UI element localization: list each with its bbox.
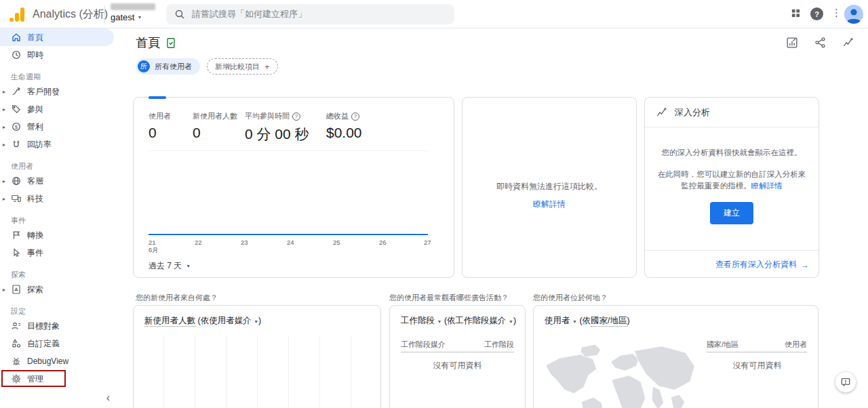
expand-arrow-icon[interactable]: ▸	[3, 178, 5, 184]
more-options-icon[interactable]: ⋮	[831, 7, 842, 19]
metric-selector[interactable]: 新使用者人數	[144, 316, 195, 327]
users-by-country-card: 使用者 ▼ (依國家/地區) 國家/地區 使用者 沒有可用資料	[533, 305, 818, 408]
chevron-down-icon: ▼	[509, 319, 513, 324]
sidebar-item-admin[interactable]: 管理	[0, 370, 125, 388]
sidebar-item-custom-definitions[interactable]: 自訂定義	[0, 335, 125, 352]
learn-more-link[interactable]: 瞭解詳情	[751, 182, 783, 190]
feedback-button[interactable]	[835, 372, 856, 392]
chevron-down-icon: ▼	[437, 319, 441, 324]
learn-more-link[interactable]: 瞭解詳情	[533, 199, 566, 210]
insights-icon[interactable]	[842, 37, 854, 49]
metric-total-revenue[interactable]: 總收益? $0.00	[326, 111, 362, 141]
top-app-bar: Analytics (分析) gatest ▼ 請嘗試搜尋「如何建立程序」 ? …	[0, 0, 868, 28]
empty-state-text: 沒有可用資料	[390, 360, 525, 371]
search-input[interactable]: 請嘗試搜尋「如何建立程序」	[166, 4, 454, 24]
metric-new-users[interactable]: 新使用者人數 0	[193, 111, 237, 141]
dimension-selector[interactable]: (依工作階段媒介	[444, 316, 507, 325]
share-icon[interactable]	[814, 37, 826, 49]
expand-arrow-icon[interactable]: ▸	[3, 142, 5, 148]
shapes-icon	[11, 338, 22, 349]
add-comparison-chip[interactable]: 新增比較項目 +	[207, 58, 278, 75]
x-tick: 26	[379, 239, 387, 246]
sidebar-item-explore[interactable]: ▸ 探索	[0, 281, 125, 298]
dollar-icon: $	[11, 121, 22, 132]
x-tick: 22	[195, 239, 202, 246]
search-placeholder: 請嘗試搜尋「如何建立程序」	[192, 8, 307, 20]
svg-text:$: $	[15, 124, 18, 130]
expand-arrow-icon[interactable]: ▸	[3, 106, 5, 113]
metric-users[interactable]: 使用者 0	[149, 111, 171, 141]
sidebar-item-label: 轉換	[27, 230, 43, 241]
sidebar-item-events[interactable]: 事件	[0, 244, 125, 262]
sidebar-item-label: 營利	[27, 121, 43, 133]
sidebar-item-retention[interactable]: ▸ 回訪率	[0, 136, 125, 153]
sidebar-section-lifecycle: 生命週期	[0, 64, 125, 83]
all-users-chip[interactable]: 所 所有使用者	[136, 58, 200, 75]
page-title: 首頁	[136, 35, 160, 51]
sidebar-item-monetization[interactable]: ▸ $ 營利	[0, 118, 125, 136]
help-icon[interactable]: ?	[292, 113, 300, 121]
sidebar-section-events: 事件	[0, 207, 125, 226]
x-tick: 24	[287, 239, 294, 246]
table-col-header: 使用者	[785, 340, 807, 350]
insights-card: 深入分析 您的深入分析資料很快就會顯示在這裡。 在此同時，您可以建立新的自訂深入…	[644, 97, 819, 278]
expand-arrow-icon[interactable]: ▸	[3, 287, 5, 293]
account-property-switcher[interactable]: gatest ▼	[111, 3, 155, 22]
sidebar-item-tech[interactable]: ▸ 科技	[0, 190, 125, 207]
question-campaigns: 您的使用者最常觀看哪些廣告活動？	[389, 293, 509, 303]
realtime-unavailable-message: 即時資料無法進行這項比較。	[462, 181, 636, 192]
sidebar-item-label: 科技	[27, 193, 43, 205]
sidebar-item-acquisition[interactable]: ▸ 客戶開發	[0, 83, 125, 100]
sidebar-item-conversions[interactable]: 轉換	[0, 226, 125, 244]
sidebar-item-debugview[interactable]: DebugView	[0, 352, 125, 370]
search-icon	[174, 9, 185, 20]
metric-avg-engagement-time[interactable]: 平均參與時間? 0 分 00 秒	[245, 111, 309, 144]
create-insight-button[interactable]: 建立	[710, 202, 753, 224]
sidebar-item-label: 客戶開發	[27, 86, 60, 98]
help-icon[interactable]: ?	[810, 7, 823, 20]
gear-icon	[11, 373, 22, 384]
x-tick: 21	[149, 239, 156, 246]
x-tick: 23	[241, 239, 248, 246]
globe-icon	[11, 176, 22, 186]
sidebar-item-demographics[interactable]: ▸ 客層	[0, 172, 125, 190]
date-range-selector[interactable]: 過去 7 天 ▼	[149, 260, 191, 272]
dimension-selector[interactable]: (依使用者媒介	[197, 316, 251, 325]
expand-arrow-icon[interactable]: ▸	[3, 89, 5, 95]
sidebar-item-label: 自訂定義	[27, 338, 60, 350]
sidebar-item-label: 事件	[27, 247, 43, 259]
expand-arrow-icon[interactable]: ▸	[3, 124, 5, 130]
sidebar-item-home[interactable]: 首頁	[0, 28, 114, 46]
analytics-logo-icon[interactable]	[9, 6, 28, 22]
view-all-insights-link[interactable]: 查看所有深入分析資料 →	[715, 259, 809, 270]
apps-grid-icon[interactable]	[791, 8, 801, 18]
expand-arrow-icon[interactable]: ▸	[3, 196, 5, 202]
sidebar-item-engagement[interactable]: ▸ 參與	[0, 100, 125, 118]
add-comparison-label: 新增比較項目	[215, 62, 260, 72]
avatar[interactable]	[844, 5, 863, 24]
sidebar-item-label: 首頁	[27, 32, 43, 43]
sidebar-collapse-button[interactable]: ‹	[106, 392, 110, 404]
sidebar-item-label: 管理	[27, 373, 43, 385]
metric-selector[interactable]: 工作階段	[401, 316, 435, 325]
question-new-users: 您的新使用者來自何處？	[136, 293, 218, 303]
report-doc-check-icon[interactable]	[165, 37, 176, 49]
metric-selector[interactable]: 使用者	[545, 316, 570, 325]
empty-state-text: 沒有可用資料	[696, 360, 818, 371]
dimension-selector[interactable]: 國家/地區	[591, 316, 627, 327]
arrow-right-icon: →	[801, 260, 809, 270]
insights-card-title: 深入分析	[675, 106, 710, 119]
sidebar-item-label: 客層	[27, 176, 43, 187]
acquisition-icon	[11, 86, 22, 97]
sidebar-item-label: 參與	[27, 104, 43, 115]
app-name: Analytics (分析)	[33, 7, 108, 22]
customize-report-icon[interactable]	[786, 37, 798, 49]
help-icon[interactable]: ?	[351, 113, 359, 121]
devices-icon	[11, 193, 22, 204]
sidebar-item-audiences[interactable]: 目標對象	[0, 317, 125, 335]
flag-icon	[11, 230, 22, 241]
world-map	[538, 338, 702, 408]
sidebar-item-realtime[interactable]: 即時	[0, 46, 125, 64]
clock-icon	[11, 49, 22, 60]
all-users-badge: 所	[138, 60, 150, 73]
